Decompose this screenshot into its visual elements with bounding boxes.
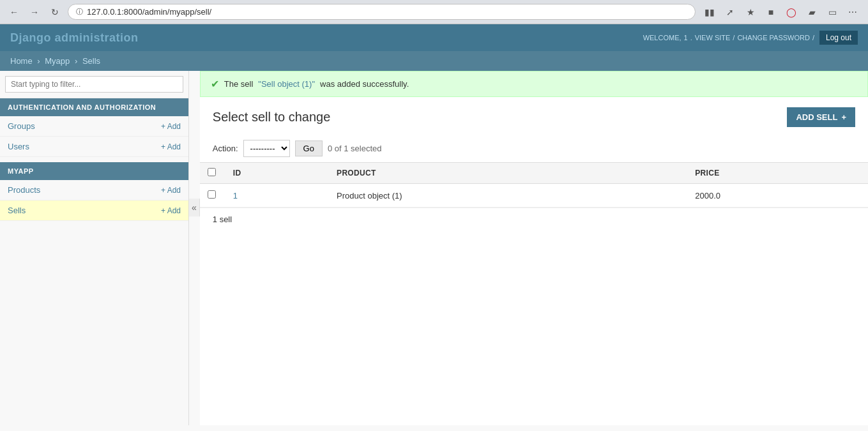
products-link[interactable]: Products: [8, 185, 40, 195]
sidebar-filter-container: [0, 71, 188, 98]
col-price: PRICE: [687, 163, 868, 184]
url-text: 127.0.0.1:8000/admin/myapp/sell/: [87, 7, 211, 17]
main-layout: AUTHENTICATION AND AUTHORIZATION Groups …: [0, 71, 868, 425]
content-area: ✔ The sell "Sell object (1)" was added s…: [200, 71, 868, 425]
browser-chrome: ← → ↻ ⓘ 127.0.0.1:8000/admin/myapp/sell/…: [0, 0, 868, 24]
sidebar-item-groups[interactable]: Groups + Add: [0, 116, 188, 137]
forward-button[interactable]: →: [27, 4, 42, 20]
opera-icon[interactable]: ◯: [782, 3, 800, 21]
logout-button[interactable]: Log out: [819, 31, 858, 45]
action-label: Action:: [213, 144, 238, 153]
add-sell-plus-icon: +: [841, 112, 846, 122]
sells-table: ID PRODUCT PRICE 1 Product object (1): [200, 162, 868, 208]
sidebar: AUTHENTICATION AND AUTHORIZATION Groups …: [0, 71, 189, 425]
table-header: ID PRODUCT PRICE: [200, 163, 868, 184]
add-sell-button[interactable]: ADD SELL +: [787, 107, 855, 127]
header-user-info: WELCOME, 1 . VIEW SITE / CHANGE PASSWORD…: [643, 31, 858, 45]
address-bar[interactable]: ⓘ 127.0.0.1:8000/admin/myapp/sell/: [68, 4, 696, 20]
success-link[interactable]: "Sell object (1)": [258, 79, 315, 89]
sidebar-item-users[interactable]: Users + Add: [0, 137, 188, 157]
success-message: ✔ The sell "Sell object (1)" was added s…: [200, 71, 868, 97]
go-button[interactable]: Go: [295, 140, 323, 156]
row-checkbox[interactable]: [208, 190, 216, 199]
success-text-before: The sell: [224, 79, 254, 89]
row-checkbox-cell: [200, 184, 225, 208]
sidebar-section-myapp: MYAPP: [0, 162, 188, 180]
breadcrumb-bar: Home › Myapp › Sells: [0, 51, 868, 71]
products-add-link[interactable]: + Add: [161, 186, 181, 195]
browser-actions: ▮▮ ➚ ★ ■ ◯ ▰ ▭ ⋯: [701, 3, 862, 21]
share-icon[interactable]: ➚: [721, 3, 739, 21]
select-all-checkbox[interactable]: [208, 168, 216, 176]
action-bar: Action: --------- Go 0 of 1 selected: [200, 135, 868, 162]
view-site-link[interactable]: VIEW SITE: [695, 34, 731, 42]
lock-icon: ⓘ: [76, 7, 83, 17]
app-header: Django administration WELCOME, 1 . VIEW …: [0, 24, 868, 51]
total-count: 1 sell: [213, 215, 232, 224]
bookmark-icon[interactable]: ★: [742, 3, 759, 21]
selected-count: 0 of 1 selected: [328, 144, 382, 153]
col-product: PRODUCT: [329, 163, 687, 184]
welcome-text: WELCOME,: [643, 34, 681, 42]
breadcrumb-myapp[interactable]: Myapp: [45, 56, 70, 66]
breadcrumb-home[interactable]: Home: [10, 56, 33, 66]
reload-button[interactable]: ↻: [47, 4, 63, 20]
row-id-cell: 1: [225, 184, 329, 208]
add-sell-label: ADD SELL: [796, 112, 837, 122]
row-product-value: Product object (1): [337, 191, 402, 200]
col-id: ID: [225, 163, 329, 184]
action-select[interactable]: ---------: [243, 140, 290, 157]
sidebar-section-auth: AUTHENTICATION AND AUTHORIZATION: [0, 98, 188, 116]
sidebar-filter-input[interactable]: [5, 76, 183, 93]
back-button[interactable]: ←: [6, 4, 22, 20]
breadcrumb-current: Sells: [82, 56, 100, 66]
row-id-link[interactable]: 1: [233, 191, 238, 200]
content-header: Select sell to change ADD SELL +: [200, 97, 868, 135]
users-link[interactable]: Users: [8, 142, 29, 151]
cast-icon[interactable]: ▮▮: [701, 3, 719, 21]
sidebar-collapse-button[interactable]: «: [189, 199, 200, 216]
change-password-link[interactable]: CHANGE PASSWORD: [737, 34, 809, 42]
sells-add-link[interactable]: + Add: [161, 206, 181, 215]
sidebar-item-products[interactable]: Products + Add: [0, 180, 188, 200]
success-text-after: was added successfully.: [320, 79, 409, 89]
groups-add-link[interactable]: + Add: [161, 122, 181, 131]
menu-icon[interactable]: ⋯: [844, 3, 862, 21]
extension1-icon[interactable]: ■: [762, 3, 780, 21]
table-footer: 1 sell: [200, 208, 868, 231]
page-title: Select sell to change: [213, 110, 331, 125]
app-title: Django administration: [10, 31, 139, 45]
sidebar-item-sells[interactable]: Sells + Add: [0, 200, 188, 221]
sells-link[interactable]: Sells: [8, 206, 26, 215]
table-row: 1 Product object (1) 2000.0: [200, 184, 868, 208]
window-icon[interactable]: ▭: [823, 3, 841, 21]
table-body: 1 Product object (1) 2000.0: [200, 184, 868, 208]
groups-link[interactable]: Groups: [8, 121, 35, 131]
success-icon: ✔: [211, 78, 219, 90]
row-product-cell: Product object (1): [329, 184, 687, 208]
puzzle-icon[interactable]: ▰: [803, 3, 821, 21]
row-price-cell: 2000.0: [687, 184, 868, 208]
users-add-link[interactable]: + Add: [161, 142, 181, 151]
select-all-header: [200, 163, 225, 184]
row-price-value: 2000.0: [695, 191, 720, 200]
user-link[interactable]: 1: [684, 34, 688, 42]
